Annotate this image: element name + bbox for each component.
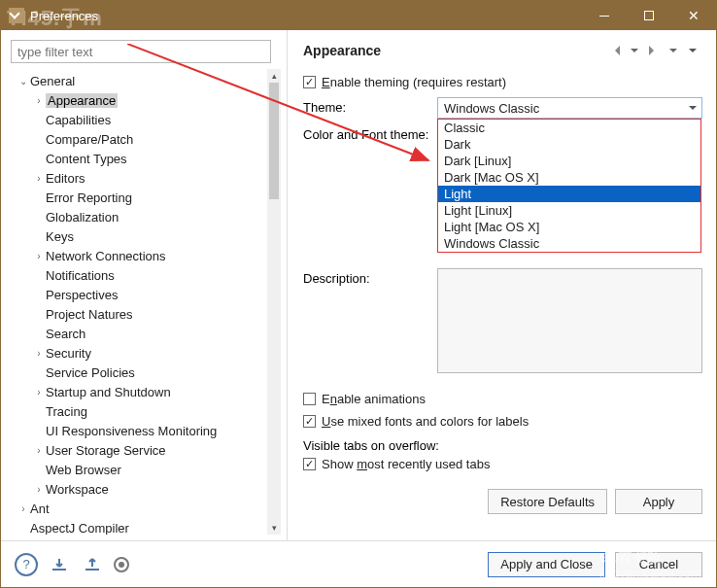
tree-item[interactable]: Content Types xyxy=(15,149,267,168)
tree-item[interactable]: Perspectives xyxy=(15,285,267,304)
dropdown-option[interactable]: Light xyxy=(438,186,700,202)
tree-item[interactable]: Capabilities xyxy=(15,110,267,129)
preferences-window: TI45.于m Preferences ✕ ⌄General›Appearanc… xyxy=(0,0,717,588)
oomph-icon[interactable] xyxy=(114,557,129,572)
tree-item[interactable]: ›Ant xyxy=(15,499,267,518)
expand-icon[interactable]: › xyxy=(32,173,46,184)
tree-item[interactable]: ›Startup and Shutdown xyxy=(15,382,267,401)
import-icon[interactable] xyxy=(48,553,71,576)
mixed-fonts-label: Use mixed fonts and colors for labels xyxy=(322,414,529,429)
mixed-fonts-checkbox[interactable] xyxy=(303,415,316,428)
arrow-left-icon xyxy=(610,46,620,55)
expand-icon[interactable]: › xyxy=(32,95,46,106)
tree-item[interactable]: Search xyxy=(15,324,267,343)
expand-icon[interactable]: ⌄ xyxy=(17,76,30,86)
tree-item[interactable]: Keys xyxy=(15,226,267,246)
dropdown-option[interactable]: Windows Classic xyxy=(438,235,700,252)
tree-item[interactable]: ⌄General xyxy=(15,71,267,90)
theme-select[interactable]: Windows Classic xyxy=(437,97,702,119)
nav-back-button[interactable] xyxy=(605,42,625,59)
tree-item[interactable]: ›Appearance xyxy=(15,90,267,110)
maximize-button[interactable] xyxy=(627,1,671,30)
tree-wrap: ⌄General›AppearanceCapabilitiesCompare/P… xyxy=(11,69,281,535)
tree-item[interactable]: Compare/Patch xyxy=(15,129,267,149)
window-title: Preferences xyxy=(30,9,582,23)
show-mru-label: Show most recently used tabs xyxy=(322,457,490,471)
filter-input[interactable] xyxy=(11,40,271,63)
tree-item[interactable]: ›Security xyxy=(15,343,267,363)
tree-item[interactable]: AspectJ Compiler xyxy=(15,518,267,535)
dropdown-option[interactable]: Light [Linux] xyxy=(438,202,700,219)
dropdown-option[interactable]: Classic xyxy=(438,120,700,136)
dropdown-option[interactable]: Dark [Mac OS X] xyxy=(438,169,700,186)
expand-icon[interactable]: › xyxy=(17,503,30,514)
enable-animations-row: Enable animations xyxy=(303,392,702,406)
cancel-button[interactable]: Cancel xyxy=(615,552,702,577)
tree-item[interactable]: Service Policies xyxy=(15,363,267,382)
mixed-fonts-row: Use mixed fonts and colors for labels xyxy=(303,414,702,429)
dropdown-option[interactable]: Dark xyxy=(438,136,700,153)
expand-icon[interactable]: › xyxy=(32,251,46,261)
dropdown-option[interactable]: Light [Mac OS X] xyxy=(438,219,700,235)
enable-animations-checkbox[interactable] xyxy=(303,393,316,405)
tree-item[interactable]: Web Browser xyxy=(15,460,267,479)
tree-item-label: AspectJ Compiler xyxy=(30,521,129,536)
nav-back-menu[interactable] xyxy=(625,42,644,59)
scroll-up-icon[interactable]: ▴ xyxy=(267,69,281,83)
app-icon xyxy=(9,8,24,23)
tree-item-label: Startup and Shutdown xyxy=(46,385,171,399)
dropdown-option[interactable]: Dark [Linux] xyxy=(438,153,700,169)
page-title: Appearance xyxy=(303,43,605,58)
titlebar: Preferences ✕ xyxy=(1,1,716,30)
show-mru-row: Show most recently used tabs xyxy=(303,457,702,471)
tree-item-label: Notifications xyxy=(46,268,115,283)
page-buttons: Restore Defaults Apply xyxy=(303,479,702,514)
export-icon[interactable] xyxy=(81,553,104,576)
tree-item-label: Compare/Patch xyxy=(46,132,133,147)
tree-item-label: Keys xyxy=(46,229,74,244)
tree-item[interactable]: ›Network Connections xyxy=(15,246,267,265)
scroll-down-icon[interactable]: ▾ xyxy=(267,521,281,535)
show-mru-checkbox[interactable] xyxy=(303,458,316,470)
close-button[interactable]: ✕ xyxy=(671,1,716,30)
tree-item[interactable]: Notifications xyxy=(15,265,267,285)
tree-item[interactable]: Globalization xyxy=(15,207,267,226)
restore-defaults-button[interactable]: Restore Defaults xyxy=(488,489,607,514)
apply-button[interactable]: Apply xyxy=(615,489,702,514)
apply-close-button[interactable]: Apply and Close xyxy=(488,552,605,577)
tree-item[interactable]: Error Reporting xyxy=(15,188,267,207)
tree-item[interactable]: Tracing xyxy=(15,401,267,421)
tree-item-label: Ant xyxy=(30,502,50,516)
theme-value: Windows Classic xyxy=(444,101,539,116)
tree-item[interactable]: ›User Storage Service xyxy=(15,440,267,460)
sidebar: ⌄General›AppearanceCapabilitiesCompare/P… xyxy=(1,30,288,540)
vertical-scrollbar[interactable]: ▴ ▾ xyxy=(267,69,281,535)
tree-item-label: Search xyxy=(46,327,85,341)
expand-icon[interactable]: › xyxy=(32,348,46,359)
theme-label: Theme: xyxy=(303,97,437,115)
nav-forward-button[interactable] xyxy=(644,42,664,59)
expand-icon[interactable]: › xyxy=(32,484,46,495)
preferences-tree[interactable]: ⌄General›AppearanceCapabilitiesCompare/P… xyxy=(11,69,267,535)
view-menu-button[interactable] xyxy=(683,42,702,59)
expand-icon[interactable]: › xyxy=(32,445,46,456)
nav-history xyxy=(605,42,702,59)
tree-item-label: Workspace xyxy=(46,482,109,497)
color-font-label: Color and Font theme: xyxy=(303,124,437,142)
tree-item-label: Perspectives xyxy=(46,288,118,302)
expand-icon[interactable]: › xyxy=(32,387,46,398)
nav-forward-menu[interactable] xyxy=(664,42,683,59)
enable-theming-checkbox[interactable] xyxy=(303,76,316,88)
chevron-down-icon xyxy=(631,49,638,56)
help-icon[interactable]: ? xyxy=(15,553,38,576)
theme-dropdown-list[interactable]: ClassicDarkDark [Linux]Dark [Mac OS X]Li… xyxy=(437,119,701,253)
tree-item[interactable]: UI Responsiveness Monitoring xyxy=(15,421,267,440)
description-textarea[interactable] xyxy=(437,268,702,373)
tree-item[interactable]: Project Natures xyxy=(15,304,267,324)
description-label: Description: xyxy=(303,268,437,286)
tree-item[interactable]: ›Workspace xyxy=(15,479,267,499)
tree-item-label: User Storage Service xyxy=(46,443,166,458)
tree-item[interactable]: ›Editors xyxy=(15,168,267,188)
minimize-button[interactable] xyxy=(582,1,627,30)
scroll-thumb[interactable] xyxy=(269,83,279,199)
